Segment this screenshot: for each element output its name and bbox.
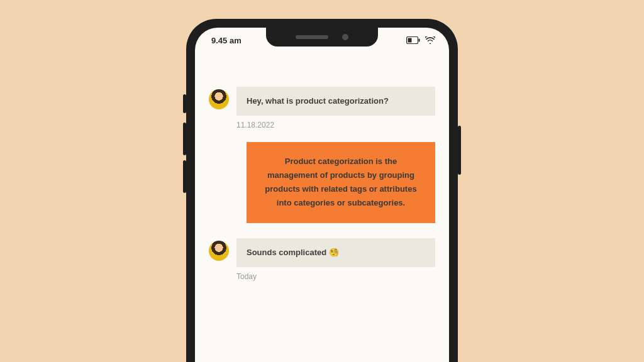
avatar[interactable] bbox=[209, 89, 229, 109]
camera-icon bbox=[342, 34, 348, 40]
phone-screen: 9.45 am Hey, what is product categori bbox=[195, 28, 449, 362]
power-button bbox=[458, 126, 461, 175]
speaker-icon bbox=[296, 35, 328, 39]
battery-icon bbox=[406, 36, 420, 44]
message-bubble: Sounds complicated 🧐 bbox=[236, 238, 435, 267]
phone-frame: 9.45 am Hey, what is product categori bbox=[186, 19, 458, 362]
chat-thread[interactable]: Hey, what is product categorization? 11.… bbox=[195, 49, 449, 281]
status-time: 9.45 am bbox=[211, 36, 242, 45]
message-timestamp: 11.18.2022 bbox=[236, 121, 435, 129]
message-incoming[interactable]: Hey, what is product categorization? bbox=[209, 87, 435, 116]
volume-up-button bbox=[183, 123, 186, 155]
message-outgoing[interactable]: Product categorization is the management… bbox=[209, 142, 435, 222]
message-incoming[interactable]: Sounds complicated 🧐 bbox=[209, 238, 435, 267]
message-timestamp: Today bbox=[236, 272, 435, 281]
wifi-icon bbox=[425, 36, 435, 44]
volume-down-button bbox=[183, 160, 186, 193]
notch bbox=[266, 28, 378, 47]
svg-rect-2 bbox=[419, 39, 420, 42]
message-bubble: Hey, what is product categorization? bbox=[236, 87, 435, 116]
mute-switch bbox=[183, 94, 186, 113]
status-icons bbox=[406, 36, 435, 44]
message-bubble: Product categorization is the management… bbox=[247, 142, 435, 222]
avatar[interactable] bbox=[209, 241, 229, 261]
svg-rect-1 bbox=[408, 38, 412, 43]
